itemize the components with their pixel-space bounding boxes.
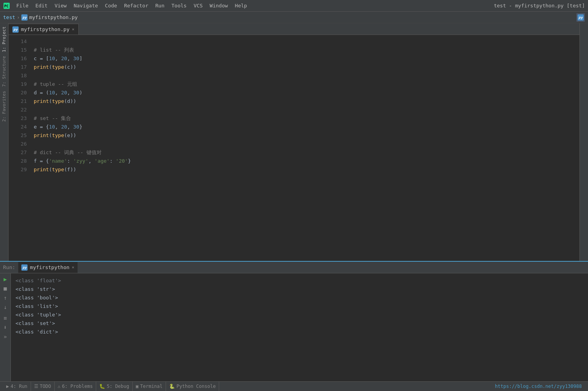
status-url[interactable]: https://blog.csdn.net/zyy130988 bbox=[492, 384, 585, 389]
run-label: Run: bbox=[3, 264, 15, 270]
problems-label: 6: Problems bbox=[62, 384, 93, 389]
status-debug[interactable]: 🐛 5: Debug bbox=[96, 382, 133, 391]
sidebar-item-project[interactable]: 1: Project bbox=[1, 25, 7, 54]
run-tab-icon: py bbox=[21, 264, 28, 271]
debug-icon: 🐛 bbox=[99, 384, 105, 389]
code-line-25: print(type(e)) bbox=[34, 131, 579, 140]
output-line-float: <class 'float'> bbox=[16, 276, 583, 285]
python-interpreter-icon[interactable]: py bbox=[576, 13, 585, 22]
code-line-21: print(type(d)) bbox=[34, 97, 579, 106]
code-line-16: c = [10, 20, 30] bbox=[34, 54, 579, 63]
editor-tab-bar: py myfirstpython.py × bbox=[9, 23, 579, 35]
scroll-end-button[interactable]: ⬇ bbox=[1, 323, 10, 332]
code-line-18 bbox=[34, 71, 579, 80]
panel-content: ▶ ■ ↑ ↓ ≡ ⬇ » <class 'float'> <class 'st… bbox=[0, 273, 588, 381]
debug-label: 5: Debug bbox=[107, 384, 129, 389]
terminal-icon: ▣ bbox=[136, 384, 138, 389]
status-bar: ▶ 4: Run ☰ TODO ⚠ 6: Problems 🐛 5: Debug… bbox=[0, 381, 588, 391]
run-tab-close[interactable]: × bbox=[72, 265, 74, 270]
menu-vcs[interactable]: VCS bbox=[190, 2, 206, 9]
py-icon-small: py bbox=[578, 14, 584, 21]
status-terminal[interactable]: ▣ Terminal bbox=[133, 382, 166, 391]
menu-help[interactable]: Help bbox=[232, 2, 250, 9]
sidebar-item-structure[interactable]: 7: Structure bbox=[1, 54, 7, 88]
problems-icon: ⚠ bbox=[58, 384, 61, 389]
run-stop-button[interactable]: ■ bbox=[1, 284, 10, 293]
menu-refactor[interactable]: Refactor bbox=[121, 2, 152, 9]
python-console-label: Python Console bbox=[176, 384, 216, 389]
code-line-17: print(type(c)) bbox=[34, 63, 579, 71]
wrap-button[interactable]: ≡ bbox=[1, 314, 10, 322]
output-content: <class 'float'> <class 'str'> <class 'bo… bbox=[11, 273, 588, 381]
tab-label: myfirstpython.py bbox=[21, 26, 69, 32]
output-line-list: <class 'list'> bbox=[16, 302, 583, 311]
run-tab-label: myfirstpython bbox=[30, 264, 69, 270]
menu-view[interactable]: View bbox=[52, 2, 70, 9]
scroll-down-button[interactable]: ↓ bbox=[1, 303, 10, 311]
svg-text:PC: PC bbox=[4, 4, 9, 8]
code-line-20: d = (10, 20, 30) bbox=[34, 89, 579, 97]
bottom-panel: Run: py myfirstpython × ▶ ■ ↑ ↓ ≡ ⬇ » <c… bbox=[0, 261, 588, 381]
window-title: test - myfirstpython.py [test] bbox=[494, 3, 585, 9]
tab-close-button[interactable]: × bbox=[72, 27, 74, 32]
menu-edit[interactable]: Edit bbox=[32, 2, 50, 9]
breadcrumb-separator: › bbox=[17, 14, 20, 20]
run-toolbar: ▶ ■ ↑ ↓ ≡ ⬇ » bbox=[0, 273, 11, 381]
run-status-label: 4: Run bbox=[10, 384, 27, 389]
sidebar-item-favorites[interactable]: 2: Favorites bbox=[1, 89, 7, 123]
code-line-19: # tuple -- 元组 bbox=[34, 80, 579, 89]
tab-file-icon: py bbox=[12, 26, 19, 33]
menu-window[interactable]: Window bbox=[207, 2, 231, 9]
code-line-22 bbox=[34, 106, 579, 114]
run-play-button[interactable]: ▶ bbox=[1, 275, 10, 283]
status-python-console[interactable]: 🐍 Python Console bbox=[166, 382, 219, 391]
terminal-label: Terminal bbox=[140, 384, 163, 389]
output-line-dict: <class 'dict'> bbox=[16, 328, 583, 336]
menu-file[interactable]: File bbox=[13, 2, 31, 9]
breadcrumb: test › py myfirstpython.py py bbox=[0, 12, 588, 23]
python-file-icon: py bbox=[21, 14, 28, 21]
code-line-27: # dict -- 词典 -- 键值对 bbox=[34, 148, 579, 157]
titlebar: PC File Edit View Navigate Code Refactor… bbox=[0, 0, 588, 12]
code-line-15: # list -- 列表 bbox=[34, 46, 579, 54]
run-tab-bar: Run: py myfirstpython × bbox=[0, 262, 588, 273]
code-line-24: e = {10, 20, 30} bbox=[34, 123, 579, 131]
breadcrumb-file: myfirstpython.py bbox=[29, 14, 78, 20]
breadcrumb-project[interactable]: test bbox=[3, 14, 15, 20]
menu-tools[interactable]: Tools bbox=[168, 2, 190, 9]
code-line-23: # set -- 集合 bbox=[34, 114, 579, 123]
code-line-26 bbox=[34, 140, 579, 148]
menu-navigate[interactable]: Navigate bbox=[71, 2, 101, 9]
output-line-bool: <class 'bool'> bbox=[16, 294, 583, 302]
output-line-set: <class 'set'> bbox=[16, 319, 583, 328]
run-icon: ▶ bbox=[6, 384, 9, 389]
menu-run[interactable]: Run bbox=[152, 2, 168, 9]
menu-bar: File Edit View Navigate Code Refactor Ru… bbox=[13, 2, 494, 9]
status-run[interactable]: ▶ 4: Run bbox=[3, 382, 31, 391]
output-line-tuple: <class 'tuple'> bbox=[16, 311, 583, 319]
menu-code[interactable]: Code bbox=[102, 2, 120, 9]
code-line-28: f = {'name': 'zyy', 'age': '20'} bbox=[34, 157, 579, 165]
todo-icon: ☰ bbox=[34, 384, 38, 389]
run-tab-myfirstpython[interactable]: py myfirstpython × bbox=[18, 262, 77, 273]
scroll-up-button[interactable]: ↑ bbox=[1, 294, 10, 302]
output-line-str: <class 'str'> bbox=[16, 285, 583, 294]
status-problems[interactable]: ⚠ 6: Problems bbox=[55, 382, 97, 391]
app-logo: PC bbox=[3, 2, 10, 9]
code-line-29: print(type(f)) bbox=[34, 165, 579, 174]
status-todo[interactable]: ☰ TODO bbox=[31, 382, 55, 391]
todo-label: TODO bbox=[40, 384, 51, 389]
code-line-14 bbox=[34, 37, 579, 46]
more-options-button[interactable]: » bbox=[1, 332, 10, 341]
editor-tab-myfirstpython[interactable]: py myfirstpython.py × bbox=[9, 24, 79, 35]
python-console-icon: 🐍 bbox=[169, 384, 175, 389]
